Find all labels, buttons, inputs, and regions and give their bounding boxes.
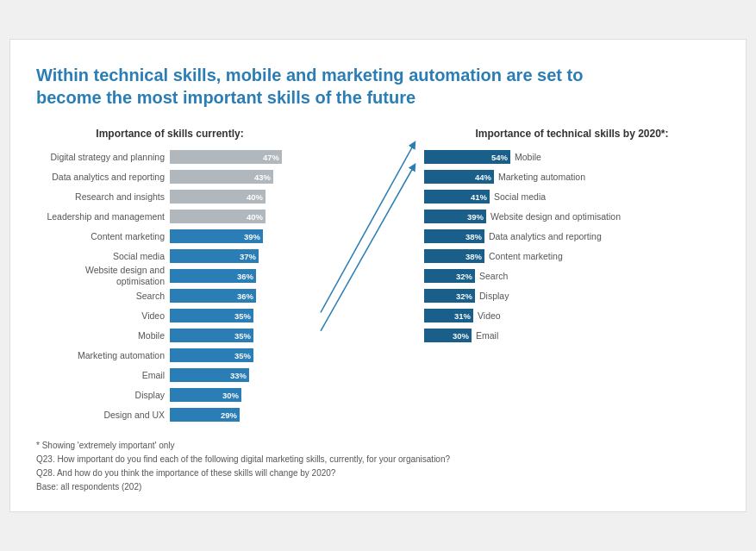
right-bar-fill: 31% — [424, 309, 473, 322]
left-bar-fill: 43% — [170, 170, 273, 184]
right-bar-row: 54%Mobile — [424, 148, 720, 166]
left-bar-row: Content marketing39% — [36, 228, 312, 245]
right-bar-row: 31%Video — [424, 307, 720, 324]
page-title: Within technical skills, mobile and mark… — [36, 64, 640, 109]
left-bar-wrap: 37% — [170, 249, 312, 263]
right-bars-container: 54%Mobile44%Marketing automation41%Socia… — [424, 148, 720, 344]
left-bar-label: Display — [36, 390, 170, 401]
left-bar-row: Data analytics and reporting43% — [36, 168, 312, 185]
footnote-line: Base: all respondents (202) — [36, 480, 720, 494]
left-bar-label: Marketing automation — [36, 350, 170, 361]
right-bar-row: 32%Search — [424, 267, 720, 285]
left-bar-wrap: 36% — [170, 269, 312, 283]
left-bar-label: Design and UX — [36, 410, 170, 421]
left-bar-label: Data analytics and reporting — [36, 172, 170, 183]
charts-area: Importance of skills currently: Digital … — [36, 128, 720, 423]
left-bar-fill: 35% — [170, 348, 253, 362]
right-bar-fill: 39% — [424, 210, 486, 223]
left-bar-fill: 33% — [170, 368, 249, 382]
left-bar-label: Research and insights — [36, 191, 170, 203]
left-bar-row: Search36% — [36, 287, 312, 304]
left-bar-wrap: 47% — [170, 150, 312, 164]
left-bar-wrap: 35% — [170, 329, 312, 342]
left-bar-wrap: 35% — [170, 309, 312, 322]
left-bar-fill: 37% — [170, 249, 259, 263]
right-bar-row: 32%Display — [424, 287, 720, 304]
right-bar-fill: 32% — [424, 269, 475, 283]
main-card: Within technical skills, mobile and mark… — [9, 39, 747, 512]
right-bar-fill: 38% — [424, 229, 484, 243]
right-bar-label: Website design and optimisation — [486, 211, 621, 222]
right-bar-label: Content marketing — [484, 251, 563, 262]
left-bar-label: Digital strategy and planning — [36, 152, 170, 163]
left-bar-row: Digital strategy and planning47% — [36, 148, 312, 166]
left-bar-row: Research and insights40% — [36, 188, 312, 205]
right-bar-row: 38%Data analytics and reporting — [424, 228, 720, 245]
left-bar-wrap: 29% — [170, 408, 312, 422]
right-chart-title: Importance of technical skills by 2020*: — [424, 128, 720, 140]
left-chart: Importance of skills currently: Digital … — [36, 128, 312, 423]
left-bar-row: Email33% — [36, 366, 312, 384]
left-bar-row: Video35% — [36, 307, 312, 324]
right-bar-label: Mobile — [510, 152, 541, 163]
left-chart-title: Importance of skills currently: — [36, 128, 312, 140]
right-bar-fill: 54% — [424, 150, 510, 164]
left-bar-row: Website design and optimisation36% — [36, 267, 312, 285]
right-bar-row: 38%Content marketing — [424, 247, 720, 265]
footnote-line: * Showing 'extremely important' only — [36, 439, 720, 453]
left-bar-fill: 40% — [170, 190, 266, 203]
right-bar-fill: 44% — [424, 170, 494, 184]
footnotes: * Showing 'extremely important' onlyQ23.… — [36, 439, 720, 494]
arrows-section — [312, 128, 424, 423]
left-bar-wrap: 40% — [170, 210, 312, 223]
left-bar-row: Design and UX29% — [36, 406, 312, 423]
right-bar-row: 41%Social media — [424, 188, 720, 205]
svg-line-1 — [321, 144, 414, 312]
left-bar-label: Website design and optimisation — [36, 265, 170, 286]
right-bar-fill: 30% — [424, 329, 472, 342]
right-bar-label: Marketing automation — [494, 172, 585, 183]
left-bar-fill: 47% — [170, 150, 282, 164]
footnote-line: Q23. How important do you find each of t… — [36, 453, 720, 466]
left-bar-fill: 35% — [170, 329, 253, 342]
left-bar-row: Social media37% — [36, 247, 312, 265]
left-bar-fill: 29% — [170, 408, 240, 422]
left-bar-label: Social media — [36, 251, 170, 262]
left-bar-label: Video — [36, 310, 170, 322]
left-bar-fill: 40% — [170, 210, 266, 223]
left-bar-fill: 36% — [170, 289, 256, 303]
left-bar-label: Email — [36, 370, 170, 381]
right-bar-label: Data analytics and reporting — [484, 231, 602, 242]
right-chart: Importance of technical skills by 2020*:… — [424, 128, 720, 423]
right-bar-fill: 38% — [424, 249, 484, 263]
left-bar-row: Mobile35% — [36, 327, 312, 344]
svg-line-2 — [321, 166, 414, 331]
left-bar-label: Mobile — [36, 330, 170, 341]
right-bar-row: 39%Website design and optimisation — [424, 208, 720, 225]
left-bar-label: Search — [36, 291, 170, 302]
left-bar-wrap: 40% — [170, 190, 312, 203]
left-bar-row: Display30% — [36, 386, 312, 404]
left-bar-fill: 36% — [170, 269, 256, 283]
right-bar-fill: 41% — [424, 190, 490, 203]
right-bar-label: Display — [475, 291, 509, 302]
right-bar-label: Video — [473, 310, 501, 322]
left-bar-wrap: 43% — [170, 170, 312, 184]
arrows-svg — [312, 128, 424, 423]
left-bar-fill: 30% — [170, 388, 241, 402]
right-bar-label: Social media — [490, 191, 546, 203]
left-bar-wrap: 39% — [170, 229, 312, 243]
left-bar-wrap: 36% — [170, 289, 312, 303]
left-bar-wrap: 30% — [170, 388, 312, 402]
right-bar-row: 30%Email — [424, 327, 720, 344]
left-bars-container: Digital strategy and planning47%Data ana… — [36, 148, 312, 423]
left-bar-row: Marketing automation35% — [36, 347, 312, 364]
right-bar-row: 44%Marketing automation — [424, 168, 720, 185]
left-bar-wrap: 35% — [170, 348, 312, 362]
right-bar-fill: 32% — [424, 289, 475, 303]
left-bar-fill: 35% — [170, 309, 253, 322]
left-bar-fill: 39% — [170, 229, 263, 243]
right-bar-label: Email — [472, 330, 498, 341]
right-bar-label: Search — [475, 271, 508, 282]
left-bar-label: Content marketing — [36, 231, 170, 242]
